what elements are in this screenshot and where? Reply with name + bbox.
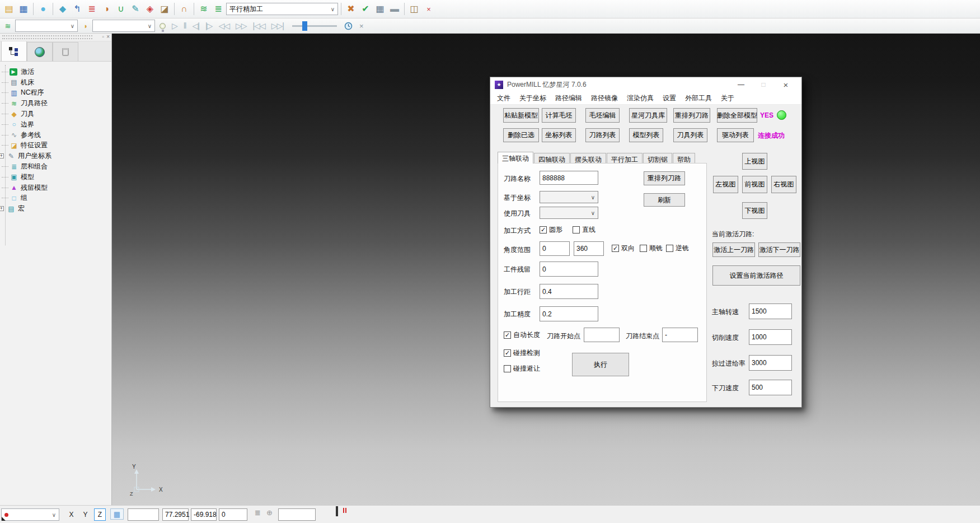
conventional-mill-checkbox[interactable]: 逆铣 [666,244,689,253]
tree-item-activate[interactable]: ▶激活 [0,67,111,77]
stock-remain-input[interactable]: 0 [540,262,598,277]
tool-select-icon[interactable]: ◑ [79,20,91,31]
delete-all-models-button[interactable]: 删除全部模型 [717,108,757,123]
active-strategy-icon[interactable]: ≣ [212,2,225,16]
checkbox-icon[interactable]: ✓ [612,245,619,252]
start-point-input[interactable] [584,328,620,342]
skim-feed-input[interactable]: 3000 [749,355,792,371]
xyz-list-icon[interactable]: ≣ [255,508,261,521]
tool-library-button[interactable]: 星河刀具库 [629,108,667,123]
model-list-button[interactable]: 模型列表 [629,128,663,142]
status-field-empty2[interactable] [278,508,316,521]
ruler-icon[interactable]: ▬ [388,2,401,16]
calc-block-button[interactable]: 计算毛坯 [542,108,576,123]
collision-check-checkbox[interactable]: ✓ 碰撞检测 [504,348,540,358]
checkbox-icon[interactable]: ✓ [540,226,547,234]
tree-item-groups[interactable]: □组 [0,193,111,204]
pause-button[interactable]: ‖ [181,21,189,30]
refresh-button[interactable]: 刷新 [644,193,685,207]
tool-combobox[interactable]: ∨ [92,20,155,32]
tool-cabinet-icon[interactable]: ◫ [407,2,421,16]
close-button[interactable]: × [775,80,797,90]
minimize-button[interactable]: — [730,81,752,88]
boundary-icon[interactable]: ∪ [114,2,128,16]
checkbox-icon[interactable]: ✓ [504,331,511,339]
play-button[interactable]: ▷ [170,21,180,30]
coord-list-button[interactable]: 坐标列表 [542,128,576,142]
menu-coords[interactable]: 关于坐标 [515,94,551,103]
tree-item-levels-sets[interactable]: ≣层和组合 [0,161,111,172]
execute-button[interactable]: 执行 [572,353,629,376]
tree-item-toolpaths[interactable]: ≋刀具路径 [0,98,111,109]
menu-settings[interactable]: 设置 [658,94,681,103]
toolpath-combobox[interactable]: ∨ [15,20,78,32]
set-active-path-button[interactable]: 设置当前激活路径 [712,265,800,286]
activate-prev-button[interactable]: 激活上一刀路 [712,242,755,257]
clock-icon[interactable] [343,20,354,31]
status-field-empty1[interactable] [128,508,159,521]
auto-length-checkbox[interactable]: ✓ 自动长度 [504,330,540,340]
cutting-speed-input[interactable]: 1000 [749,329,792,345]
view-right-button[interactable]: 右视图 [771,176,796,193]
path-list-button[interactable]: 刀路列表 [585,128,620,142]
view-top-button[interactable]: 上视图 [742,153,767,170]
viewport[interactable]: Y X Z ★ PowerMILL 忆梦星河 7.0.6 — □ × 文件 关于… [112,34,980,505]
expand-icon[interactable]: + [0,206,4,211]
tab-3axis[interactable]: 三轴联动 [498,152,533,164]
view-bottom-button[interactable]: 下视图 [742,202,767,219]
grid-toggle-icon[interactable]: ▦ [110,508,124,520]
rearrange-button[interactable]: 重排列刀路 [644,171,685,185]
tab-parallel[interactable]: 平行加工 [607,153,643,164]
menu-path-mirror[interactable]: 路径镜像 [587,94,622,103]
delete-selected-button[interactable]: 删除已选 [503,128,539,142]
tab-explorer-trash[interactable] [53,42,78,61]
slider-handle[interactable] [302,21,307,31]
points-icon[interactable]: ◈ [143,2,157,16]
view-left-button[interactable]: 左视图 [713,176,738,193]
lightbulb-icon[interactable] [157,20,168,31]
save-icon[interactable]: ▦ [17,2,30,16]
tab-explorer-tree[interactable] [1,41,27,61]
stepover-input[interactable]: 0.4 [540,284,598,299]
toolbar-close-icon[interactable]: × [422,2,435,16]
axis-z-button[interactable]: Z [94,508,106,521]
activate-next-button[interactable]: 激活下一刀路 [758,242,800,257]
checkbox-icon[interactable] [640,245,647,252]
checkbox-icon[interactable] [504,365,511,372]
panel-grip[interactable]: ▫ × [0,34,111,41]
tree-item-boundaries[interactable]: ○边界 [0,119,111,130]
axis-x-button[interactable]: X [65,508,77,521]
climb-mill-checkbox[interactable]: 顺铣 [640,244,663,253]
fox-simulation-icon[interactable]: ✖ [344,2,358,16]
block-edit-button[interactable]: 毛坯编辑 [585,108,620,123]
end-point-input[interactable]: - [662,328,698,342]
view-front-button[interactable]: 前视图 [742,176,767,193]
toolbar2-close-icon[interactable]: × [356,20,367,31]
dialog-titlebar[interactable]: ★ PowerMILL 忆梦星河 7.0.6 — □ × [490,77,801,92]
tree-item-machine[interactable]: ▤机床 [0,77,111,88]
calculator-icon[interactable]: ▦ [373,2,387,16]
print-preview-icon[interactable]: ● [36,2,50,16]
tolerance-input[interactable]: 0.2 [540,306,598,321]
circle-checkbox[interactable]: ✓ 圆形 [540,225,562,235]
rearrange-paths-button[interactable]: 重排列刀路 [673,108,710,123]
fast-forward-button[interactable]: ▷▷ [233,21,249,30]
line-checkbox[interactable]: 直线 [573,225,595,235]
go-to-end-button[interactable]: ▷▷| [269,21,286,30]
collision-avoid-checkbox[interactable]: 碰撞避让 [504,364,540,373]
paste-new-model-button[interactable]: 粘贴新模型 [503,108,539,123]
tab-saw[interactable]: 切割锯 [643,153,672,164]
toolpath-strategy-icon[interactable]: ↰ [71,2,84,16]
tree-item-stock-models[interactable]: ▲残留模型 [0,183,111,193]
simulation-check-icon[interactable]: ✔ [359,2,372,16]
rewind-button[interactable]: ◁◁ [216,21,232,30]
panel-window-icon[interactable]: ▫ [102,34,105,40]
bidirectional-checkbox[interactable]: ✓ 双向 [612,244,635,253]
tab-4axis[interactable]: 四轴联动 [534,153,570,164]
strategy-combobox[interactable]: 平行精加工 ∨ [226,3,338,15]
menu-ext-tools[interactable]: 外部工具 [681,94,716,103]
step-forward-button[interactable]: |▷ [203,21,214,30]
speed-slider[interactable] [292,25,337,27]
toolpath-icon[interactable]: ≋ [2,20,13,31]
tool-icon[interactable]: ◑ [100,2,113,16]
